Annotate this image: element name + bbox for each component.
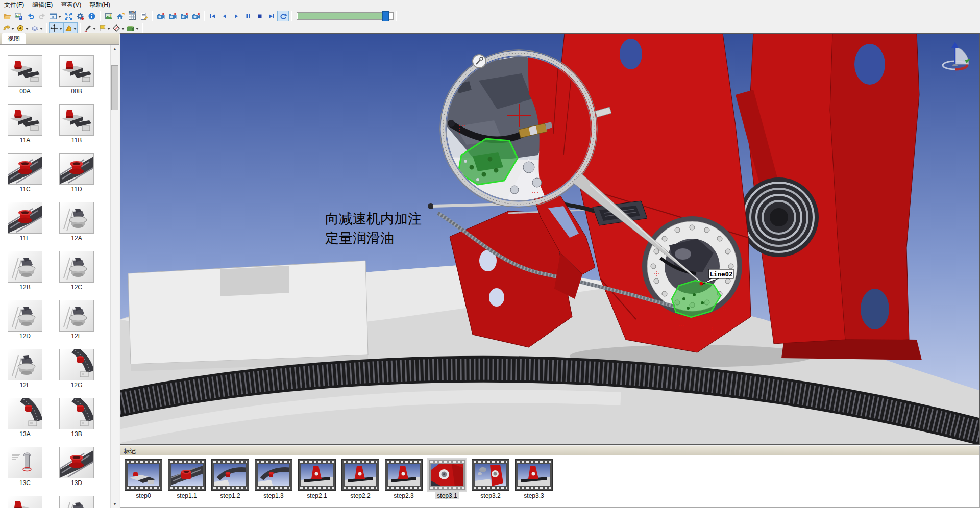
views-scrollbar[interactable]: ▲ ▼ <box>110 45 119 508</box>
toolbar-separator <box>152 11 153 21</box>
go-start-button[interactable] <box>207 11 218 21</box>
stop-button[interactable] <box>254 11 265 21</box>
bom-table-button[interactable]: BOM <box>126 11 138 21</box>
solid-tool-button[interactable] <box>63 22 78 33</box>
animation-window-button[interactable] <box>48 11 62 21</box>
clear-markup-button[interactable] <box>111 22 126 33</box>
toolbar-separator <box>100 11 101 21</box>
visibility-button[interactable] <box>15 22 30 33</box>
toolbar-separator <box>291 11 292 21</box>
film-sprockets <box>387 487 421 489</box>
render-scene-button[interactable] <box>103 11 114 21</box>
view-thumbnail[interactable]: 12D <box>8 300 42 340</box>
toolbar-separator <box>142 23 143 33</box>
loop-button[interactable] <box>277 11 289 21</box>
dropdown-caret-icon <box>121 28 125 31</box>
view-thumbnail[interactable]: 13D <box>59 447 94 487</box>
dropdown-caret-icon <box>59 28 62 31</box>
view-thumbnail[interactable]: 00B <box>59 55 94 95</box>
capture-tool-button[interactable] <box>126 22 140 33</box>
redo-button[interactable] <box>36 11 48 21</box>
view-thumbnail[interactable] <box>59 496 94 508</box>
film-sprockets <box>257 461 290 463</box>
step-thumbnail[interactable]: step3.2 <box>471 459 510 500</box>
toolbar-separator <box>204 11 205 21</box>
step-thumbnail[interactable]: step0 <box>124 459 163 500</box>
menu-help[interactable]: 帮助(H) <box>85 0 114 10</box>
play-button[interactable] <box>230 11 242 21</box>
view-thumbnail[interactable]: 13C <box>8 447 42 487</box>
timeline-thumb[interactable] <box>382 11 389 21</box>
step-thumbnail[interactable]: step2.3 <box>384 459 423 500</box>
step-back-button[interactable] <box>218 11 230 21</box>
scroll-down-icon[interactable]: ▼ <box>111 500 119 508</box>
film-sprockets <box>213 461 247 463</box>
views-panel: 视图 00A 00B 11A <box>0 33 119 508</box>
drag-mode-button[interactable] <box>1 22 15 33</box>
winch-drum <box>739 177 819 257</box>
film-sprockets <box>517 487 551 489</box>
go-end-button[interactable] <box>265 11 277 21</box>
view-thumbnail[interactable]: 12C <box>59 251 94 291</box>
camera-key-a-button[interactable] <box>155 11 166 21</box>
menu-view[interactable]: 查看(V) <box>57 0 85 10</box>
view-thumbnail[interactable]: 12E <box>59 300 94 340</box>
step-thumbnail[interactable]: step1.2 <box>211 459 250 500</box>
open-file-button[interactable] <box>1 11 13 21</box>
view-thumbnail[interactable]: 12G <box>59 349 94 389</box>
view-thumbnail[interactable]: 12F <box>8 349 42 389</box>
step-thumbnail[interactable]: step3.3 <box>514 459 553 500</box>
view-thumbnail[interactable]: 11C <box>8 153 42 193</box>
notes-list-button[interactable] <box>138 11 150 21</box>
step-label: step3.2 <box>480 492 500 499</box>
step-thumbnail[interactable]: step3.1 <box>428 459 467 500</box>
camera-key-b-button[interactable] <box>166 11 178 21</box>
film-sprockets <box>474 487 507 489</box>
views-tabstrip: 视图 <box>0 33 119 45</box>
view-thumbnail[interactable]: 00A <box>8 55 42 95</box>
scrollbar-thumb[interactable] <box>111 65 118 110</box>
view-thumbnail[interactable]: 11D <box>59 153 94 193</box>
view-thumbnail[interactable]: 11B <box>59 104 94 144</box>
steps-panel-header[interactable]: 标记 <box>120 446 980 455</box>
film-sprockets <box>344 487 377 489</box>
save-image-button[interactable] <box>13 11 24 21</box>
fit-view-button[interactable] <box>62 11 74 21</box>
callout-tool-button[interactable] <box>97 22 111 33</box>
part-label-text: Line02 <box>709 270 732 278</box>
view-thumbnail[interactable]: 13B <box>59 398 94 438</box>
undo-button[interactable] <box>24 11 36 21</box>
pen-tool-button[interactable] <box>83 22 97 33</box>
camera-key-c-button[interactable] <box>178 11 190 21</box>
scroll-up-icon[interactable]: ▲ <box>111 45 119 53</box>
step-thumbnail[interactable]: step1.3 <box>254 459 293 500</box>
view-thumbnail[interactable]: 13A <box>8 398 42 438</box>
step-thumbnail[interactable]: step2.2 <box>341 459 380 500</box>
menu-file[interactable]: 文件(F) <box>0 0 28 10</box>
camera-key-d-button[interactable] <box>190 11 202 21</box>
dropdown-caret-icon <box>40 28 43 31</box>
step-thumbnail[interactable]: step1.1 <box>167 459 206 500</box>
view-thumbnail[interactable]: 12A <box>59 202 94 242</box>
viewport-3d[interactable]: Line02 向减速机内加注 定量润滑油 <box>120 33 980 445</box>
dropdown-caret-icon <box>58 16 61 19</box>
view-thumbnail[interactable] <box>8 496 42 508</box>
tab-views[interactable]: 视图 <box>2 33 26 44</box>
view-thumbnail[interactable]: 11E <box>8 202 42 242</box>
settings-button[interactable] <box>74 11 86 21</box>
step-thumbnail[interactable]: step2.1 <box>298 459 336 500</box>
animation-timeline-slider[interactable] <box>297 12 394 20</box>
pause-button[interactable] <box>242 11 254 21</box>
move-tool-button[interactable] <box>49 22 63 33</box>
step-label: step2.1 <box>307 492 327 499</box>
menu-edit[interactable]: 编辑(E) <box>28 0 57 10</box>
film-sprockets <box>213 487 247 489</box>
dropdown-caret-icon <box>74 28 77 31</box>
info-button[interactable] <box>86 11 97 21</box>
view-thumbnail[interactable]: 12B <box>8 251 42 291</box>
view-thumbnail[interactable]: 11A <box>8 104 42 144</box>
steps-panel: 标记 step0 <box>120 446 980 508</box>
default-view-button[interactable] <box>114 11 126 21</box>
film-sprockets <box>430 487 464 489</box>
eraser-mode-button[interactable] <box>30 22 44 33</box>
